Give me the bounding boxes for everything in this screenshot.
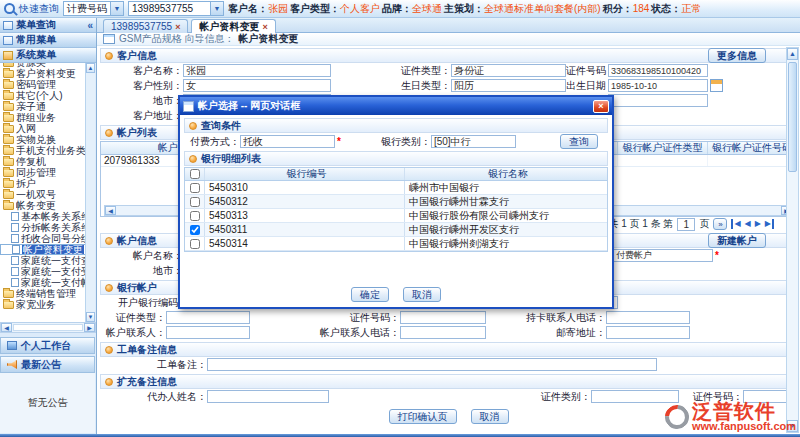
menu-search-header[interactable]: 菜单查询 « bbox=[0, 18, 96, 33]
postcode-input[interactable] bbox=[608, 94, 708, 107]
new-account-button[interactable]: 新建帐户 bbox=[708, 233, 766, 248]
scroll-left-icon[interactable]: ◀ bbox=[105, 206, 116, 215]
tree-item[interactable]: 家庭统一支付帐务关系 bbox=[0, 277, 86, 288]
bank-cert-no-input[interactable] bbox=[400, 311, 486, 324]
section-title: 银行帐户 bbox=[117, 281, 157, 295]
tree-item[interactable]: 其它(个人) bbox=[0, 90, 86, 101]
main-scrollbar[interactable]: ▲ ▼ bbox=[786, 47, 799, 433]
bank-row[interactable]: 5450311 中国银行嵊州开发区支行 bbox=[185, 223, 607, 237]
select-all-checkbox[interactable] bbox=[190, 169, 200, 179]
system-menu-header[interactable]: 系统菜单 bbox=[0, 48, 96, 63]
tree-item-label: 实物兑换 bbox=[16, 134, 56, 145]
scroll-down-icon[interactable]: ▼ bbox=[86, 312, 95, 322]
collapse-icon[interactable]: « bbox=[87, 20, 93, 31]
bank-row-checkbox[interactable] bbox=[190, 211, 200, 221]
agent-name-input[interactable] bbox=[207, 390, 329, 403]
tree-item[interactable]: 帐务变更 bbox=[0, 200, 86, 211]
breadcrumb: GSM产品规格 向导信息： 帐户资料变更 bbox=[97, 33, 800, 46]
tree-item[interactable]: 实物兑换 bbox=[0, 134, 86, 145]
prev-page-icon[interactable]: ◀ bbox=[745, 219, 751, 229]
workbench-button[interactable]: 个人工作台 bbox=[0, 337, 95, 354]
bank-row-checkbox[interactable] bbox=[190, 239, 200, 249]
summary-label: 客户类型： bbox=[290, 2, 340, 16]
page-input[interactable] bbox=[677, 218, 695, 231]
bank-row[interactable]: 5450314 中国银行嵊州剡湖支行 bbox=[185, 237, 607, 251]
chevron-down-icon[interactable]: ▼ bbox=[110, 2, 123, 15]
account-contact-input[interactable] bbox=[166, 326, 250, 339]
bank-row[interactable]: 5450310 嵊州市中国银行 bbox=[185, 181, 607, 195]
birth-date-input[interactable] bbox=[608, 79, 708, 92]
cert-type-input[interactable] bbox=[451, 64, 566, 77]
dialog-cancel-button[interactable]: 取消 bbox=[403, 287, 441, 302]
birthday-type-input[interactable] bbox=[451, 79, 566, 92]
bank-row-checkbox[interactable] bbox=[190, 197, 200, 207]
tree-item[interactable]: 家宽业务 bbox=[0, 299, 86, 310]
tree-item[interactable]: 托收合同号分组维护 bbox=[0, 233, 86, 244]
close-icon[interactable]: × bbox=[262, 22, 267, 32]
account-contact-tel-input[interactable] bbox=[400, 326, 486, 339]
bank-type-input[interactable] bbox=[431, 135, 516, 148]
dialog-close-icon[interactable]: × bbox=[593, 100, 609, 113]
scroll-right-icon[interactable]: ▶ bbox=[84, 323, 95, 332]
goto-page-button[interactable]: » bbox=[713, 218, 727, 230]
bank-row-checkbox[interactable] bbox=[190, 183, 200, 193]
tree-item[interactable]: 停复机 bbox=[0, 156, 86, 167]
next-page-icon[interactable]: ▶ bbox=[755, 219, 761, 229]
msisdn-select[interactable]: 13989537755 ▼ bbox=[128, 1, 224, 16]
account-type-input[interactable] bbox=[613, 249, 713, 262]
search-button[interactable]: 查询 bbox=[560, 134, 598, 149]
tree-item[interactable]: 客户资料变更 bbox=[0, 68, 86, 79]
tree-item[interactable]: 入网 bbox=[0, 123, 86, 134]
last-page-icon[interactable]: ▶ bbox=[765, 219, 774, 229]
tree-item[interactable]: 亲子通 bbox=[0, 101, 86, 112]
hscroll-track[interactable] bbox=[13, 324, 83, 331]
tree-item[interactable]: 帐户资料变更 bbox=[0, 244, 86, 255]
scroll-up-icon[interactable]: ▲ bbox=[86, 63, 95, 73]
first-page-icon[interactable]: ◀ bbox=[731, 219, 740, 229]
quick-search-link[interactable]: 快速查询 bbox=[19, 2, 59, 16]
scrollbar-thumb[interactable] bbox=[788, 62, 797, 172]
gender-input[interactable] bbox=[183, 79, 331, 92]
scroll-left-icon[interactable]: ◀ bbox=[1, 323, 12, 332]
latest-notice-button[interactable]: 最新公告 bbox=[0, 356, 95, 373]
tab-account-change[interactable]: 帐户资料变更 × bbox=[191, 19, 275, 33]
tree-item[interactable]: 手机支付业务类 bbox=[0, 145, 86, 156]
bank-row[interactable]: 5450312 中国银行嵊州甘霖支行 bbox=[185, 195, 607, 209]
bank-cert-type-label: 证件类型： bbox=[100, 311, 166, 325]
dialog-title-bar[interactable]: 帐户选择 -- 网页对话框 × bbox=[180, 97, 612, 115]
pay-method-input[interactable] bbox=[240, 135, 335, 148]
folder-icon bbox=[3, 63, 14, 67]
number-type-select[interactable]: 计费号码 ▼ bbox=[63, 1, 124, 16]
print-confirm-button[interactable]: 打印确认页 bbox=[389, 409, 457, 424]
cert-no-input[interactable] bbox=[608, 64, 708, 77]
bank-cert-type-input[interactable] bbox=[166, 311, 250, 324]
chevron-down-icon[interactable]: ▼ bbox=[210, 2, 223, 15]
more-info-button[interactable]: 更多信息 bbox=[708, 48, 766, 63]
ok-button[interactable]: 确定 bbox=[351, 287, 389, 302]
close-icon[interactable]: × bbox=[175, 22, 180, 32]
card-contact-tel-input[interactable] bbox=[606, 311, 690, 324]
common-menu-header[interactable]: 常用菜单 bbox=[0, 33, 96, 48]
tree-item[interactable]: 拆户 bbox=[0, 178, 86, 189]
tree-item[interactable]: 一机双号 bbox=[0, 189, 86, 200]
tree-item[interactable]: 同步管理 bbox=[0, 167, 86, 178]
tree-item[interactable]: 家庭统一支付查询 bbox=[0, 255, 86, 266]
bank-row[interactable]: 5450313 中国银行股份有限公司嵊州支行 bbox=[185, 209, 607, 223]
tree-item[interactable]: 群组业务 bbox=[0, 112, 86, 123]
customer-name-input[interactable] bbox=[183, 64, 331, 77]
tab-msisdn[interactable]: 13989537755 × bbox=[103, 19, 188, 33]
tree-hscrollbar[interactable]: ◀ ▶ bbox=[0, 322, 96, 333]
tree-item[interactable]: 密码管理 bbox=[0, 79, 86, 90]
scroll-up-icon[interactable]: ▲ bbox=[787, 48, 798, 60]
tree-scrollbar[interactable]: ▲ ▼ bbox=[85, 63, 95, 322]
tree-item[interactable]: 基本帐务关系维护 bbox=[0, 211, 86, 222]
field-row: 客户性别： 生日类型： 出生日期： bbox=[97, 78, 800, 93]
calendar-icon[interactable] bbox=[710, 79, 723, 92]
bank-row-checkbox[interactable] bbox=[190, 225, 200, 235]
cancel-button[interactable]: 取消 bbox=[471, 409, 509, 424]
tree-item[interactable]: 家庭统一支付受理 bbox=[0, 266, 86, 277]
work-order-note-input[interactable] bbox=[207, 358, 657, 371]
mail-address-input[interactable] bbox=[606, 326, 690, 339]
tree-item[interactable]: 终端销售管理 bbox=[0, 288, 86, 299]
tree-item[interactable]: 分拆帐务关系维护 bbox=[0, 222, 86, 233]
